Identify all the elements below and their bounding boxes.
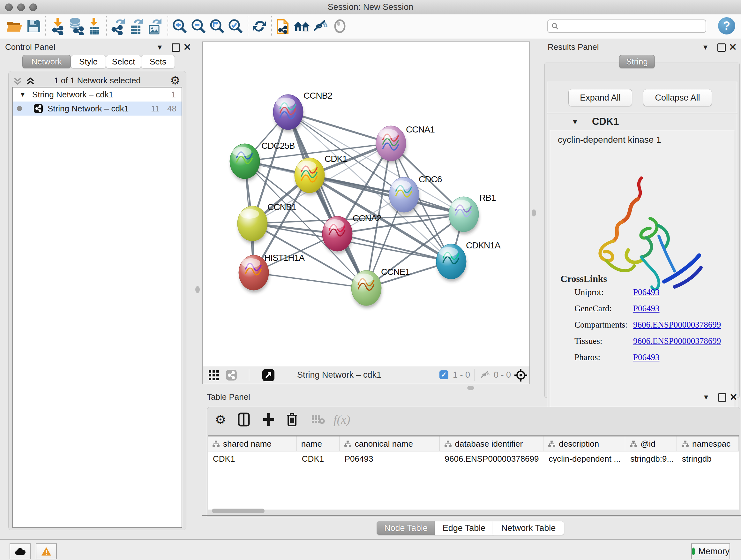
network-view-share-icon[interactable] [226,369,237,381]
import-table-file-button[interactable] [85,16,104,36]
refresh-icon [252,18,267,34]
save-session-button[interactable] [24,16,43,36]
control-panel-close-button[interactable]: ✕ [183,42,191,53]
tab-network[interactable]: Network [22,55,71,68]
gene-detail-box: cyclin-dependent kinase 1 [550,130,735,413]
apply-layout-button[interactable] [250,16,269,36]
network-canvas[interactable]: CCNB2CCNA1CDC25BCDK1CDC6RB1CCNB1CCNA2CDK… [202,42,530,384]
network-options-gear-icon[interactable]: ⚙ [170,74,180,87]
table-panel-close-button[interactable]: ✕ [730,391,738,402]
export-image-button[interactable] [146,16,164,36]
collection-expand-triangle-icon[interactable]: ▼ [19,91,26,98]
expand-all-button[interactable]: Expand All [568,89,632,106]
tab-edge-table[interactable]: Edge Table [434,521,493,535]
network-name: String Network – cdk1 [48,104,129,114]
network-graph[interactable]: CCNB2CCNA1CDC25BCDK1CDC6RB1CCNB1CCNA2CDK… [203,42,529,366]
status-bar: Memory [0,539,741,560]
horizontal-splitter-handle[interactable] [467,386,474,390]
crosslink-value-4[interactable]: P06493 [633,353,660,362]
delete-column-icon[interactable] [286,412,298,428]
column-header-description[interactable]: description [543,436,625,451]
node-table: shared namenamecanonical namedatabase id… [208,435,739,509]
zoom-fit-button[interactable] [208,16,226,36]
show-columns-icon[interactable] [238,412,250,428]
warning-icon [41,547,52,556]
cell-6[interactable]: stringdb [677,454,739,464]
crosslink-value-2[interactable]: 9606.ENSP00000378699 [633,320,721,330]
cell-4[interactable]: cyclin-dependent ... [543,454,625,464]
title-bar: Session: New Session [0,0,741,14]
open-session-button[interactable] [5,16,24,36]
network-selection-status: 1 of 1 Network selected [9,76,186,85]
svg-text:CDC6: CDC6 [419,174,442,184]
import-network-database-button[interactable] [66,16,85,36]
selected-nodes-checkbox[interactable]: ✓ [440,370,448,379]
table-gear-icon[interactable]: ⚙ [215,412,226,428]
crosslink-value-3[interactable]: 9606.ENSP00000378699 [633,336,721,346]
column-header-database-identifier[interactable]: database identifier [440,436,544,451]
table-panel-title: Table Panel [207,392,250,402]
network-row-selected[interactable]: String Network – cdk1 11 48 [13,102,182,116]
zoom-in-button[interactable] [171,16,189,36]
export-network-button[interactable] [109,16,127,36]
export-table-button[interactable] [127,16,146,36]
column-header-canonical-name[interactable]: canonical name [340,436,440,451]
string-document-icon [276,17,290,35]
table-horizontal-scrollbar[interactable] [212,509,265,513]
crosslink-label-2: Compartments: [575,320,627,330]
table-row[interactable]: CDK1CDK1P064939606.ENSP00000378699cyclin… [208,451,739,466]
warnings-button[interactable] [36,543,57,559]
tab-node-table[interactable]: Node Table [377,521,435,535]
gene-collapse-triangle-icon[interactable]: ▼ [571,118,579,126]
tab-string[interactable]: String [619,55,655,68]
hide-glasses-button[interactable] [311,16,330,36]
string-protein-query-button[interactable] [274,16,292,36]
tab-network-table[interactable]: Network Table [493,521,564,535]
cell-5[interactable]: stringdb:9... [625,454,677,464]
tab-sets[interactable]: Sets [141,55,175,68]
help-button[interactable]: ? [718,17,735,35]
column-network-icon [344,440,352,448]
results-panel-float-button[interactable]: ▾ [703,42,708,52]
birdseye-launch-icon[interactable] [262,369,275,381]
crosslink-label-4: Pharos: [575,353,600,362]
collapse-all-button[interactable]: Collapse All [643,89,712,106]
cloud-button[interactable] [10,543,30,559]
crosslink-value-0[interactable]: P06493 [633,287,660,297]
crosslink-value-1[interactable]: P06493 [633,304,660,314]
home-networks-button[interactable] [293,16,311,36]
zoom-out-icon [191,18,206,34]
cell-3[interactable]: 9606.ENSP00000378699 [440,454,544,464]
search-input[interactable] [559,21,697,32]
column-header-name[interactable]: name [297,436,340,451]
tab-style[interactable]: Style [71,55,106,68]
crosslink-label-3: Tissues: [575,336,603,346]
table-panel-float-button[interactable]: ▾ [704,392,708,402]
memory-button[interactable]: Memory [691,543,730,559]
svg-text:CDC25B: CDC25B [261,141,295,151]
control-panel-float-button[interactable]: ▾ [158,42,162,52]
hidden-glasses-icon[interactable] [480,370,490,379]
add-column-icon[interactable] [262,412,275,428]
show-eye-button[interactable] [331,16,349,36]
cell-2[interactable]: P06493 [340,454,440,464]
cell-0[interactable]: CDK1 [208,454,297,464]
results-panel-close-button[interactable]: ✕ [729,42,737,53]
column-header--id[interactable]: @id [625,436,677,451]
network-collection-row[interactable]: ▼ String Network – cdk1 1 [13,87,182,102]
results-panel-maximize-button[interactable] [718,44,726,52]
svg-text:CCNE1: CCNE1 [381,267,410,277]
cell-1[interactable]: CDK1 [297,454,340,464]
zoom-selected-button[interactable] [226,16,245,36]
fit-crosshair-icon[interactable] [514,368,528,382]
grid-view-icon[interactable] [208,370,219,381]
import-network-file-button[interactable] [49,16,67,36]
tab-select[interactable]: Select [106,55,141,68]
column-header-shared-name[interactable]: shared name [208,436,297,451]
zoom-out-button[interactable] [189,16,208,36]
column-header-namespac[interactable]: namespac [677,436,739,451]
left-splitter-handle[interactable] [195,286,200,293]
right-splitter-handle[interactable] [532,209,536,216]
table-panel-maximize-button[interactable] [718,393,726,401]
control-panel-maximize-button[interactable] [172,44,180,52]
